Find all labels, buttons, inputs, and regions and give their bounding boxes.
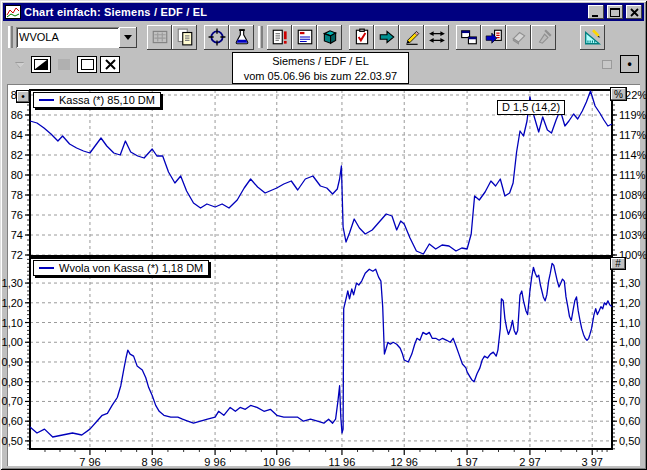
toolbar-grip[interactable] bbox=[8, 26, 13, 48]
document-lines-button[interactable] bbox=[292, 25, 317, 50]
export-page-button[interactable] bbox=[481, 25, 506, 50]
swap-arrows-button[interactable] bbox=[424, 25, 449, 50]
mini-dropdown-button[interactable] bbox=[10, 56, 28, 73]
report-exclaim-button[interactable] bbox=[267, 25, 292, 50]
crosshair-button[interactable] bbox=[204, 25, 229, 50]
delete-x-icon bbox=[105, 59, 116, 70]
copy-pages-button[interactable] bbox=[172, 25, 197, 50]
instrument-input[interactable] bbox=[16, 27, 119, 48]
line-sample-icon bbox=[39, 267, 54, 269]
toolbar-separator bbox=[258, 26, 263, 48]
legend-kassa-label: Kassa (*) 85,10 DM bbox=[59, 94, 155, 106]
style-toolbar bbox=[10, 56, 120, 73]
brush-button[interactable] bbox=[531, 25, 556, 50]
white-square-icon bbox=[81, 59, 94, 70]
ruler-pencil-icon bbox=[584, 28, 602, 46]
export-page-icon bbox=[485, 28, 503, 46]
info-daterange: vom 05.06.96 bis zum 22.03.97 bbox=[233, 69, 408, 84]
eraser-button[interactable] bbox=[506, 25, 531, 50]
scale-dot-button[interactable]: • bbox=[620, 55, 639, 73]
percent-icon: % bbox=[614, 89, 623, 100]
maximize-icon bbox=[610, 8, 620, 17]
arrow-right-icon bbox=[378, 28, 396, 46]
blank-icon bbox=[602, 60, 612, 69]
gray-square-icon bbox=[58, 59, 70, 70]
minimize-icon bbox=[591, 8, 601, 17]
legend-wvola-label: Wvola von Kassa (*) 1,18 DM bbox=[59, 262, 203, 274]
flask-button[interactable] bbox=[229, 25, 254, 50]
diagonal-fill-icon bbox=[34, 59, 48, 70]
hash-icon: # bbox=[615, 258, 621, 269]
cube-icon bbox=[321, 28, 339, 46]
flask-icon bbox=[233, 28, 251, 46]
clipboard-check-button[interactable] bbox=[349, 25, 374, 50]
scale-toolbar: • bbox=[597, 55, 639, 73]
tile-windows-icon bbox=[460, 28, 478, 46]
white-square-button[interactable] bbox=[77, 56, 97, 73]
chevron-down-icon bbox=[124, 35, 132, 44]
main-toolbar bbox=[3, 22, 644, 52]
pencil-icon bbox=[403, 28, 421, 46]
dot-icon: • bbox=[21, 91, 25, 102]
clipboard-check-icon bbox=[353, 28, 371, 46]
legend-kassa[interactable]: Kassa (*) 85,10 DM bbox=[33, 92, 161, 108]
absolute-scale-button[interactable]: # bbox=[610, 257, 626, 270]
app-chart-icon bbox=[5, 5, 21, 19]
instrument-combobox bbox=[16, 27, 137, 48]
eraser-icon bbox=[510, 28, 528, 46]
pencil-button[interactable] bbox=[399, 25, 424, 50]
ruler-pencil-button[interactable] bbox=[580, 25, 605, 50]
minimize-button[interactable] bbox=[588, 5, 604, 19]
percent-scale-button[interactable]: % bbox=[610, 87, 627, 101]
info-title: Siemens / EDF / EL bbox=[233, 54, 408, 69]
chart-camera-icon bbox=[151, 28, 169, 46]
axis-dot-button[interactable]: • bbox=[16, 90, 30, 103]
dot-icon: • bbox=[627, 57, 631, 71]
indicator-annotation[interactable]: D 1,5 (14,2) bbox=[497, 100, 565, 115]
titlebar[interactable]: Chart einfach: Siemens / EDF / EL bbox=[3, 3, 644, 21]
document-lines-icon bbox=[296, 28, 314, 46]
swap-arrows-icon bbox=[428, 28, 446, 46]
crosshair-target-icon bbox=[208, 28, 226, 46]
close-button[interactable] bbox=[626, 5, 642, 19]
diagonal-fill-button[interactable] bbox=[31, 56, 51, 73]
brush-icon bbox=[535, 28, 553, 46]
arrow-right-button[interactable] bbox=[374, 25, 399, 50]
tile-windows-button[interactable] bbox=[456, 25, 481, 50]
chart-info-box: Siemens / EDF / EL vom 05.06.96 bis zum … bbox=[232, 52, 409, 84]
copy-pages-icon bbox=[176, 28, 194, 46]
legend-wvola[interactable]: Wvola von Kassa (*) 1,18 DM bbox=[33, 260, 209, 276]
line-sample-icon bbox=[39, 99, 54, 101]
cube-button[interactable] bbox=[317, 25, 342, 50]
chart-window: Chart einfach: Siemens / EDF / EL bbox=[0, 0, 647, 470]
dropdown-arrow-icon bbox=[15, 62, 24, 68]
close-icon bbox=[630, 8, 639, 17]
gray-square-button[interactable] bbox=[54, 56, 74, 73]
report-exclaim-icon bbox=[271, 28, 289, 46]
combobox-dropdown-button[interactable] bbox=[119, 27, 137, 48]
maximize-button[interactable] bbox=[607, 5, 623, 19]
scale-blank-button[interactable] bbox=[597, 55, 617, 73]
chart-camera-button[interactable] bbox=[147, 25, 172, 50]
window-title: Chart einfach: Siemens / EDF / EL bbox=[24, 6, 585, 18]
delete-style-button[interactable] bbox=[100, 56, 120, 73]
